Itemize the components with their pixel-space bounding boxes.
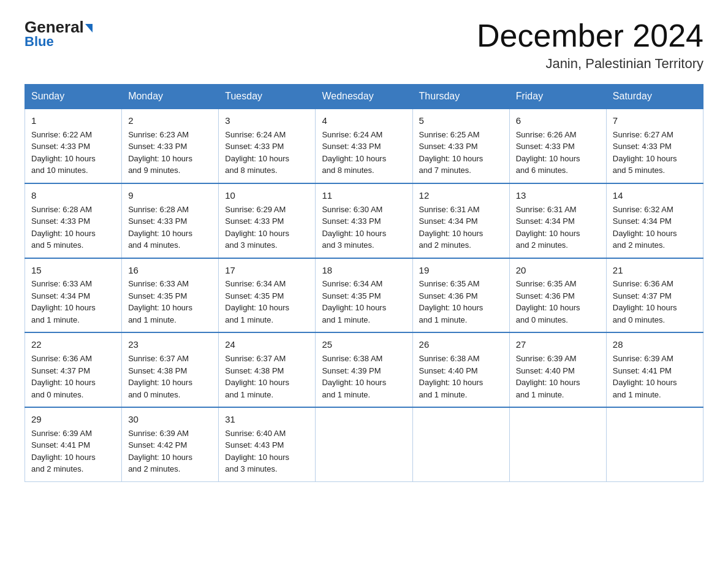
calendar-cell: 23Sunrise: 6:37 AMSunset: 4:38 PMDayligh… (122, 332, 219, 407)
calendar-cell (316, 407, 412, 481)
day-number: 26 (419, 338, 503, 351)
day-info: Sunrise: 6:28 AMSunset: 4:33 PMDaylight:… (31, 204, 115, 251)
day-info: Sunrise: 6:29 AMSunset: 4:33 PMDaylight:… (225, 204, 309, 251)
day-info: Sunrise: 6:32 AMSunset: 4:34 PMDaylight:… (613, 204, 697, 251)
day-number: 27 (516, 338, 600, 351)
day-info: Sunrise: 6:39 AMSunset: 4:42 PMDaylight:… (128, 427, 212, 475)
calendar-cell (606, 407, 703, 481)
day-number: 13 (516, 189, 600, 202)
calendar-cell (509, 407, 606, 481)
day-number: 29 (31, 413, 115, 426)
day-info: Sunrise: 6:34 AMSunset: 4:35 PMDaylight:… (322, 278, 406, 326)
day-info: Sunrise: 6:40 AMSunset: 4:43 PMDaylight:… (225, 427, 309, 475)
calendar-cell: 30Sunrise: 6:39 AMSunset: 4:42 PMDayligh… (122, 407, 219, 481)
day-info: Sunrise: 6:38 AMSunset: 4:40 PMDaylight:… (419, 353, 503, 400)
day-number: 18 (322, 264, 406, 277)
calendar-cell: 9Sunrise: 6:28 AMSunset: 4:33 PMDaylight… (122, 183, 219, 258)
day-number: 12 (419, 189, 503, 202)
calendar-cell: 2Sunrise: 6:23 AMSunset: 4:33 PMDaylight… (122, 109, 219, 183)
weekday-header-tuesday: Tuesday (219, 85, 316, 109)
weekday-header-monday: Monday (122, 85, 219, 109)
calendar-cell: 3Sunrise: 6:24 AMSunset: 4:33 PMDaylight… (219, 109, 316, 183)
calendar-cell: 29Sunrise: 6:39 AMSunset: 4:41 PMDayligh… (25, 407, 122, 481)
calendar-cell: 1Sunrise: 6:22 AMSunset: 4:33 PMDaylight… (25, 109, 122, 183)
day-info: Sunrise: 6:33 AMSunset: 4:34 PMDaylight:… (31, 278, 115, 326)
calendar-cell: 27Sunrise: 6:39 AMSunset: 4:40 PMDayligh… (509, 332, 606, 407)
calendar-cell: 22Sunrise: 6:36 AMSunset: 4:37 PMDayligh… (25, 332, 122, 407)
day-info: Sunrise: 6:24 AMSunset: 4:33 PMDaylight:… (322, 129, 406, 177)
logo-triangle-icon (85, 24, 93, 33)
week-row-4: 22Sunrise: 6:36 AMSunset: 4:37 PMDayligh… (25, 332, 703, 407)
day-info: Sunrise: 6:33 AMSunset: 4:35 PMDaylight:… (128, 278, 212, 326)
weekday-header-friday: Friday (509, 85, 606, 109)
day-number: 14 (613, 189, 697, 202)
day-number: 31 (225, 413, 309, 426)
day-number: 6 (516, 114, 600, 128)
calendar-cell: 11Sunrise: 6:30 AMSunset: 4:33 PMDayligh… (316, 183, 412, 258)
day-info: Sunrise: 6:39 AMSunset: 4:41 PMDaylight:… (613, 353, 697, 400)
day-number: 20 (516, 264, 600, 277)
calendar-cell: 10Sunrise: 6:29 AMSunset: 4:33 PMDayligh… (219, 183, 316, 258)
day-info: Sunrise: 6:37 AMSunset: 4:38 PMDaylight:… (128, 353, 212, 400)
day-number: 7 (613, 114, 697, 128)
weekday-header-row: SundayMondayTuesdayWednesdayThursdayFrid… (25, 85, 703, 109)
day-info: Sunrise: 6:35 AMSunset: 4:36 PMDaylight:… (419, 278, 503, 326)
day-number: 21 (613, 264, 697, 277)
calendar-cell: 5Sunrise: 6:25 AMSunset: 4:33 PMDaylight… (412, 109, 509, 183)
page-header: General Blue December 2024 Janin, Palest… (25, 18, 703, 72)
day-number: 1 (31, 114, 115, 128)
day-number: 16 (128, 264, 212, 277)
calendar-cell: 18Sunrise: 6:34 AMSunset: 4:35 PMDayligh… (316, 258, 412, 333)
day-number: 23 (128, 338, 212, 351)
day-info: Sunrise: 6:38 AMSunset: 4:39 PMDaylight:… (322, 353, 406, 400)
day-info: Sunrise: 6:27 AMSunset: 4:33 PMDaylight:… (613, 129, 697, 177)
calendar-cell: 12Sunrise: 6:31 AMSunset: 4:34 PMDayligh… (412, 183, 509, 258)
day-number: 19 (419, 264, 503, 277)
day-info: Sunrise: 6:23 AMSunset: 4:33 PMDaylight:… (128, 129, 212, 177)
day-info: Sunrise: 6:34 AMSunset: 4:35 PMDaylight:… (225, 278, 309, 326)
day-number: 2 (128, 114, 212, 128)
weekday-header-saturday: Saturday (606, 85, 703, 109)
calendar-cell: 16Sunrise: 6:33 AMSunset: 4:35 PMDayligh… (122, 258, 219, 333)
calendar-cell: 13Sunrise: 6:31 AMSunset: 4:34 PMDayligh… (509, 183, 606, 258)
day-number: 10 (225, 189, 309, 202)
day-info: Sunrise: 6:31 AMSunset: 4:34 PMDaylight:… (419, 204, 503, 251)
calendar-table: SundayMondayTuesdayWednesdayThursdayFrid… (25, 84, 703, 482)
day-info: Sunrise: 6:36 AMSunset: 4:37 PMDaylight:… (613, 278, 697, 326)
day-number: 5 (419, 114, 503, 128)
calendar-cell (412, 407, 509, 481)
day-info: Sunrise: 6:24 AMSunset: 4:33 PMDaylight:… (225, 129, 309, 177)
day-number: 3 (225, 114, 309, 128)
day-info: Sunrise: 6:30 AMSunset: 4:33 PMDaylight:… (322, 204, 406, 251)
calendar-cell: 20Sunrise: 6:35 AMSunset: 4:36 PMDayligh… (509, 258, 606, 333)
day-number: 9 (128, 189, 212, 202)
day-number: 28 (613, 338, 697, 351)
day-info: Sunrise: 6:28 AMSunset: 4:33 PMDaylight:… (128, 204, 212, 251)
calendar-cell: 21Sunrise: 6:36 AMSunset: 4:37 PMDayligh… (606, 258, 703, 333)
day-info: Sunrise: 6:31 AMSunset: 4:34 PMDaylight:… (516, 204, 600, 251)
day-number: 22 (31, 338, 115, 351)
title-area: December 2024 Janin, Palestinian Territo… (477, 18, 703, 72)
calendar-cell: 28Sunrise: 6:39 AMSunset: 4:41 PMDayligh… (606, 332, 703, 407)
calendar-cell: 7Sunrise: 6:27 AMSunset: 4:33 PMDaylight… (606, 109, 703, 183)
month-title: December 2024 (477, 18, 703, 53)
week-row-3: 15Sunrise: 6:33 AMSunset: 4:34 PMDayligh… (25, 258, 703, 333)
day-info: Sunrise: 6:39 AMSunset: 4:40 PMDaylight:… (516, 353, 600, 400)
calendar-cell: 17Sunrise: 6:34 AMSunset: 4:35 PMDayligh… (219, 258, 316, 333)
calendar-cell: 4Sunrise: 6:24 AMSunset: 4:33 PMDaylight… (316, 109, 412, 183)
weekday-header-wednesday: Wednesday (316, 85, 412, 109)
day-info: Sunrise: 6:35 AMSunset: 4:36 PMDaylight:… (516, 278, 600, 326)
calendar-cell: 25Sunrise: 6:38 AMSunset: 4:39 PMDayligh… (316, 332, 412, 407)
day-number: 25 (322, 338, 406, 351)
calendar-cell: 31Sunrise: 6:40 AMSunset: 4:43 PMDayligh… (219, 407, 316, 481)
day-info: Sunrise: 6:25 AMSunset: 4:33 PMDaylight:… (419, 129, 503, 177)
day-number: 24 (225, 338, 309, 351)
calendar-cell: 19Sunrise: 6:35 AMSunset: 4:36 PMDayligh… (412, 258, 509, 333)
calendar-cell: 14Sunrise: 6:32 AMSunset: 4:34 PMDayligh… (606, 183, 703, 258)
week-row-5: 29Sunrise: 6:39 AMSunset: 4:41 PMDayligh… (25, 407, 703, 481)
day-info: Sunrise: 6:36 AMSunset: 4:37 PMDaylight:… (31, 353, 115, 400)
day-info: Sunrise: 6:39 AMSunset: 4:41 PMDaylight:… (31, 427, 115, 475)
location-title: Janin, Palestinian Territory (477, 56, 703, 72)
calendar-cell: 6Sunrise: 6:26 AMSunset: 4:33 PMDaylight… (509, 109, 606, 183)
logo-area: General Blue (25, 18, 93, 50)
